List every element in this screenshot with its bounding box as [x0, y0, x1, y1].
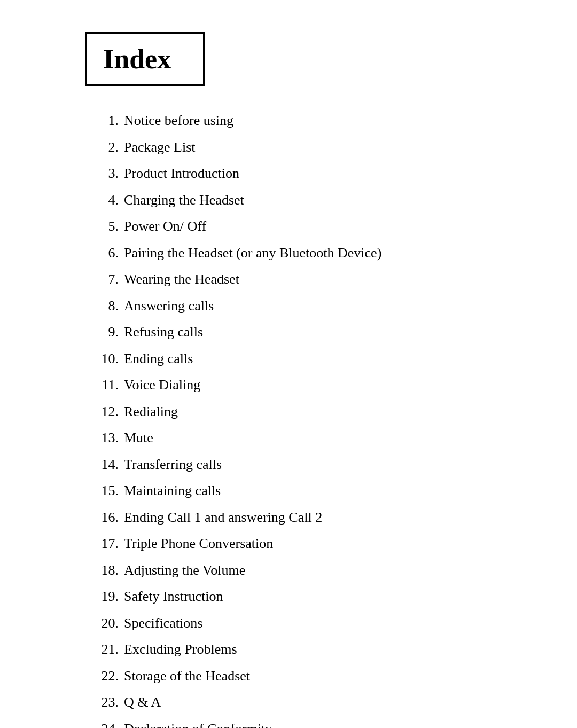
item-label: Charging the Headset — [124, 192, 244, 208]
list-item: 19.Safety Instruction — [96, 583, 534, 610]
item-number: 17. — [96, 531, 119, 556]
item-number: 7. — [96, 267, 119, 292]
item-label: Mute — [124, 430, 153, 445]
list-item: 22.Storage of the Headset — [96, 663, 534, 690]
item-number: 11. — [96, 373, 119, 397]
item-label: Declaration of Conformity — [124, 721, 272, 729]
title-box: Index — [85, 32, 205, 86]
item-label: Voice Dialing — [124, 377, 200, 393]
item-number: 20. — [96, 611, 119, 636]
item-number: 3. — [96, 161, 119, 186]
item-number: 9. — [96, 320, 119, 345]
item-label: Excluding Problems — [124, 641, 237, 657]
list-item: 8.Answering calls — [96, 293, 534, 319]
item-label: Safety Instruction — [124, 589, 223, 604]
item-number: 18. — [96, 558, 119, 583]
item-number: 4. — [96, 188, 119, 213]
list-item: 5.Power On/ Off — [96, 213, 534, 240]
item-label: Answering calls — [124, 298, 214, 314]
list-item: 16.Ending Call 1 and answering Call 2 — [96, 504, 534, 531]
item-number: 13. — [96, 426, 119, 450]
list-item: 13.Mute — [96, 425, 534, 451]
item-label: Power On/ Off — [124, 218, 206, 234]
item-label: Redialing — [124, 404, 178, 419]
item-number: 10. — [96, 347, 119, 371]
item-label: Adjusting the Volume — [124, 562, 245, 578]
list-item: 12.Redialing — [96, 398, 534, 425]
item-number: 2. — [96, 135, 119, 160]
list-item: 3.Product Introduction — [96, 160, 534, 187]
list-item: 10.Ending calls — [96, 346, 534, 372]
item-label: Wearing the Headset — [124, 271, 239, 287]
item-label: Refusing calls — [124, 324, 203, 340]
item-label: Transferring calls — [124, 457, 222, 472]
page-container: Index 1.Notice before using2.Package Lis… — [64, 32, 534, 728]
item-number: 8. — [96, 294, 119, 318]
list-item: 20.Specifications — [96, 610, 534, 637]
list-item: 4.Charging the Headset — [96, 187, 534, 214]
item-label: Ending Call 1 and answering Call 2 — [124, 510, 322, 525]
item-label: Specifications — [124, 615, 202, 631]
item-number: 21. — [96, 637, 119, 662]
item-label: Notice before using — [124, 113, 233, 128]
item-number: 6. — [96, 241, 119, 265]
item-number: 14. — [96, 452, 119, 477]
item-number: 22. — [96, 664, 119, 688]
list-item: 9.Refusing calls — [96, 319, 534, 346]
item-label: Triple Phone Conversation — [124, 536, 273, 551]
list-item: 2.Package List — [96, 134, 534, 161]
list-item: 6.Pairing the Headset (or any Bluetooth … — [96, 240, 534, 267]
list-item: 7.Wearing the Headset — [96, 266, 534, 293]
page-title: Index — [103, 43, 171, 75]
item-label: Maintaining calls — [124, 483, 221, 498]
list-item: 24.Declaration of Conformity — [96, 716, 534, 729]
list-item: 21.Excluding Problems — [96, 636, 534, 663]
list-item: 23.Q & A — [96, 689, 534, 716]
item-number: 23. — [96, 690, 119, 715]
list-item: 18.Adjusting the Volume — [96, 557, 534, 584]
item-number: 5. — [96, 214, 119, 239]
item-number: 12. — [96, 400, 119, 424]
item-label: Pairing the Headset (or any Bluetooth De… — [124, 245, 381, 261]
item-number: 15. — [96, 479, 119, 503]
item-label: Product Introduction — [124, 166, 239, 181]
item-label: Package List — [124, 139, 196, 155]
item-number: 16. — [96, 505, 119, 530]
item-number: 24. — [96, 717, 119, 729]
item-label: Ending calls — [124, 351, 193, 366]
list-item: 1.Notice before using — [96, 107, 534, 134]
list-item: 15.Maintaining calls — [96, 477, 534, 504]
list-item: 14.Transferring calls — [96, 451, 534, 478]
item-label: Storage of the Headset — [124, 668, 250, 684]
list-item: 11.Voice Dialing — [96, 372, 534, 398]
item-number: 19. — [96, 584, 119, 609]
item-label: Q & A — [124, 694, 161, 710]
list-item: 17.Triple Phone Conversation — [96, 530, 534, 557]
index-list: 1.Notice before using2.Package List3.Pro… — [96, 107, 534, 728]
item-number: 1. — [96, 108, 119, 133]
